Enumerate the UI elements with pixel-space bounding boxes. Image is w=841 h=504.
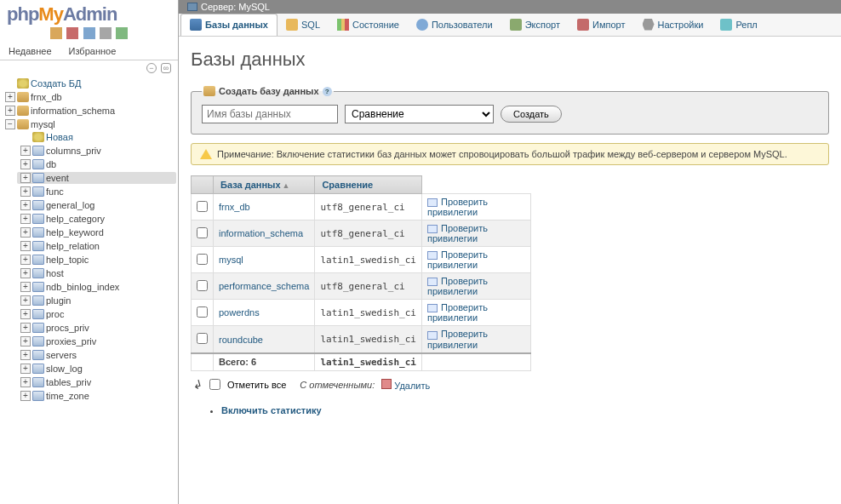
db-tree-item[interactable]: frnx_db	[31, 92, 62, 102]
expand-icon[interactable]: +	[20, 282, 31, 292]
table-tree-item[interactable]: tables_priv	[46, 377, 91, 387]
th-database[interactable]: База данных▲	[214, 176, 315, 194]
expand-icon[interactable]: +	[20, 255, 31, 265]
db-link[interactable]: performance_schema	[219, 281, 309, 291]
db-link[interactable]: frnx_db	[219, 202, 250, 212]
enable-stats-link[interactable]: Включить статистику	[221, 405, 322, 415]
db-name-input[interactable]	[202, 105, 338, 123]
table-tree-item[interactable]: help_category	[46, 214, 105, 224]
table-icon	[32, 200, 44, 210]
expand-icon[interactable]: +	[20, 295, 31, 306]
row-checkbox[interactable]	[197, 306, 208, 318]
expand-icon[interactable]: +	[20, 227, 31, 238]
table-tree-item[interactable]: time_zone	[46, 391, 89, 401]
new-table-icon	[32, 132, 44, 142]
tab-экспорт[interactable]: Экспорт	[501, 14, 569, 36]
table-tree-item[interactable]: columns_priv	[46, 146, 101, 156]
tab-настройки[interactable]: Настройки	[634, 14, 712, 36]
table-tree-item[interactable]: proxies_priv	[46, 336, 96, 346]
expand-icon[interactable]: +	[20, 146, 31, 156]
content: Базы данных Создать базу данных ? Сравне…	[179, 37, 841, 424]
table-tree-item[interactable]: db	[46, 159, 56, 169]
row-checkbox[interactable]	[197, 254, 208, 265]
db-tree-item[interactable]: mysql	[31, 119, 55, 129]
favorite-tab[interactable]: Избранное	[60, 43, 125, 60]
table-icon	[32, 377, 44, 387]
collation-select[interactable]: Сравнение	[345, 105, 494, 123]
check-all-link[interactable]: Отметить все	[227, 380, 286, 390]
reload-icon[interactable]	[116, 27, 128, 39]
expand-icon[interactable]: +	[20, 214, 31, 224]
table-tree-item[interactable]: host	[46, 268, 64, 278]
expand-icon[interactable]: +	[5, 92, 15, 102]
create-button[interactable]: Создать	[501, 106, 562, 123]
delete-link[interactable]: Удалить	[394, 381, 430, 391]
tab-sql[interactable]: SQL	[277, 14, 329, 36]
table-tree-item[interactable]: event	[46, 173, 69, 183]
check-all-row: ↳ Отметить все С отмеченными: Удалить	[191, 371, 829, 398]
tab-состояние[interactable]: Состояние	[329, 14, 408, 36]
table-tree-item[interactable]: help_topic	[46, 255, 89, 265]
table-tree-item[interactable]: help_keyword	[46, 227, 104, 238]
tab-репл[interactable]: Репл	[712, 14, 765, 36]
collapse-icon[interactable]: −	[146, 63, 157, 73]
expand-icon[interactable]: +	[20, 159, 31, 169]
link-icon[interactable]: ∞	[161, 63, 171, 73]
expand-icon[interactable]: +	[20, 268, 31, 278]
table-tree-item[interactable]: help_relation	[46, 241, 100, 251]
expand-icon[interactable]: +	[20, 350, 31, 360]
db-link[interactable]: powerdns	[219, 307, 260, 318]
tab-icon	[416, 19, 428, 31]
row-checkbox[interactable]	[197, 333, 208, 344]
table-tree-item[interactable]: procs_priv	[46, 323, 89, 333]
create-db-link[interactable]: Создать БД	[31, 78, 82, 89]
tab-icon	[577, 19, 589, 31]
help-icon[interactable]: ?	[323, 87, 332, 96]
table-tree-item[interactable]: slow_log	[46, 364, 83, 374]
expand-icon[interactable]: +	[20, 186, 31, 197]
tab-импорт[interactable]: Импорт	[569, 14, 633, 36]
expand-icon[interactable]: +	[20, 364, 31, 374]
tab-icon	[286, 19, 298, 31]
actions-list: Включить статистику	[191, 405, 829, 415]
recent-tab[interactable]: Недавнее	[0, 43, 60, 60]
expand-icon[interactable]: +	[20, 336, 31, 346]
th-collation[interactable]: Сравнение	[315, 176, 422, 194]
delete-icon	[381, 379, 392, 389]
collapse-icon[interactable]: −	[5, 119, 15, 129]
row-checkbox[interactable]	[197, 280, 208, 291]
table-icon	[32, 146, 44, 156]
check-all-checkbox[interactable]	[209, 379, 220, 390]
logo-toolbar	[0, 26, 178, 43]
db-link[interactable]: roundcube	[219, 335, 263, 345]
expand-icon[interactable]: +	[20, 391, 31, 401]
new-table-link[interactable]: Новая	[46, 132, 73, 142]
db-link[interactable]: mysql	[219, 255, 243, 265]
table-tree-item[interactable]: servers	[46, 350, 77, 360]
table-tree-item[interactable]: ndb_binlog_index	[46, 282, 119, 292]
table-tree-item[interactable]: plugin	[46, 295, 71, 306]
expand-icon[interactable]: +	[20, 200, 31, 210]
logo[interactable]: phpMyAdmin	[0, 0, 178, 26]
table-tree-item[interactable]: func	[46, 186, 64, 197]
db-link[interactable]: information_schema	[219, 228, 303, 238]
expand-icon[interactable]: +	[20, 309, 31, 319]
expand-icon[interactable]: +	[20, 241, 31, 251]
tab-icon	[337, 19, 349, 31]
tab-базы-данных[interactable]: Базы данных	[180, 14, 277, 37]
table-tree-item[interactable]: general_log	[46, 200, 95, 210]
collation-cell: latin1_swedish_ci	[315, 326, 422, 353]
sql-icon[interactable]	[83, 27, 95, 39]
exit-icon[interactable]	[66, 27, 78, 39]
db-tree-item[interactable]: information_schema	[31, 106, 115, 116]
home-icon[interactable]	[50, 27, 62, 39]
row-checkbox[interactable]	[197, 227, 208, 238]
expand-icon[interactable]: +	[20, 173, 31, 183]
expand-icon[interactable]: +	[5, 106, 15, 116]
row-checkbox[interactable]	[197, 201, 208, 212]
tab-пользователи[interactable]: Пользователи	[408, 14, 501, 36]
docs-icon[interactable]	[100, 27, 112, 39]
expand-icon[interactable]: +	[20, 377, 31, 387]
expand-icon[interactable]: +	[20, 323, 31, 333]
table-tree-item[interactable]: proc	[46, 309, 64, 319]
